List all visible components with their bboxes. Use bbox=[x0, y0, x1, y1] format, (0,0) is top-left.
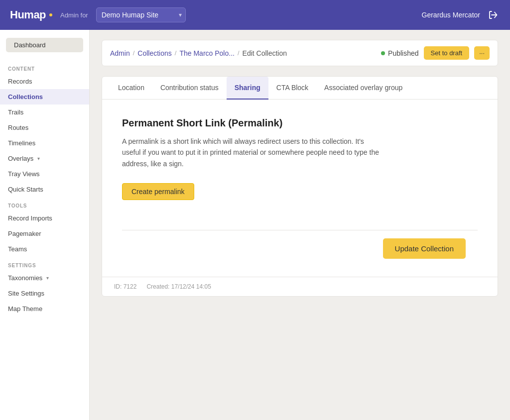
sidebar-item-label: Tray Views bbox=[8, 170, 40, 178]
tab-contribution-status[interactable]: Contribution status bbox=[152, 77, 227, 100]
tab-associated-overlay-group[interactable]: Associated overlay group bbox=[316, 77, 410, 100]
site-select[interactable]: Demo Humap Site bbox=[96, 7, 186, 22]
breadcrumb-sep: / bbox=[238, 49, 240, 57]
sidebar-item-label: Records bbox=[8, 78, 32, 85]
topnav-right: Gerardus Mercator bbox=[422, 8, 500, 22]
breadcrumb-sep: / bbox=[133, 49, 135, 57]
logo-text: Humap bbox=[10, 8, 46, 21]
page-layout: Dashboard CONTENT Records Collections Tr… bbox=[0, 30, 510, 420]
sidebar-item-teams[interactable]: Teams bbox=[0, 241, 89, 257]
sidebar-item-label: Map Theme bbox=[8, 305, 42, 313]
sidebar-dashboard[interactable]: Dashboard bbox=[6, 38, 83, 52]
sidebar-item-label: Taxonomies bbox=[8, 274, 42, 282]
sidebar-item-label: Routes bbox=[8, 124, 28, 131]
status-badge: Published bbox=[381, 49, 419, 57]
topnav-left: Humap Admin for Demo Humap Site bbox=[10, 7, 186, 22]
sidebar-item-overlays[interactable]: Overlays ▾ bbox=[0, 151, 89, 166]
dashboard-button[interactable]: Dashboard bbox=[6, 38, 83, 52]
tab-sharing[interactable]: Sharing bbox=[227, 77, 268, 100]
sidebar-item-tray-views[interactable]: Tray Views bbox=[0, 166, 89, 182]
sidebar-item-pagemaker[interactable]: Pagemaker bbox=[0, 226, 89, 241]
metadata-created: Created: 17/12/24 14:05 bbox=[146, 283, 211, 290]
logout-button[interactable] bbox=[486, 8, 500, 22]
permalink-title: Permanent Short Link (Permalink) bbox=[122, 117, 478, 129]
sidebar: Dashboard CONTENT Records Collections Tr… bbox=[0, 30, 90, 420]
sidebar-item-record-imports[interactable]: Record Imports bbox=[0, 210, 89, 226]
set-to-draft-button[interactable]: Set to draft bbox=[424, 46, 470, 60]
sidebar-item-label: Overlays bbox=[8, 155, 33, 162]
sidebar-item-map-theme[interactable]: Map Theme bbox=[0, 301, 89, 316]
admin-for-label: Admin for bbox=[60, 11, 88, 19]
user-name: Gerardus Mercator bbox=[422, 11, 480, 19]
chevron-down-icon: ▾ bbox=[46, 275, 49, 281]
tabs: Location Contribution status Sharing CTA… bbox=[102, 77, 498, 100]
card-footer: Update Collection bbox=[122, 230, 478, 267]
sidebar-item-records[interactable]: Records bbox=[0, 74, 89, 89]
sidebar-item-quick-starts[interactable]: Quick Starts bbox=[0, 182, 89, 197]
status-dot-icon bbox=[381, 51, 385, 55]
breadcrumb: Admin / Collections / The Marco Polo... … bbox=[102, 40, 498, 66]
card-metadata: ID: 7122 Created: 17/12/24 14:05 bbox=[102, 277, 498, 296]
tools-section-label: TOOLS bbox=[0, 197, 89, 210]
logo-dot bbox=[49, 13, 52, 16]
card-body: Permanent Short Link (Permalink) A perma… bbox=[102, 100, 498, 277]
create-permalink-button[interactable]: Create permalink bbox=[122, 183, 194, 200]
breadcrumb-right: Published Set to draft ··· bbox=[381, 46, 490, 60]
sidebar-item-trails[interactable]: Trails bbox=[0, 105, 89, 120]
breadcrumb-left: Admin / Collections / The Marco Polo... … bbox=[110, 49, 287, 57]
settings-section-label: SETTINGS bbox=[0, 257, 89, 270]
sidebar-item-site-settings[interactable]: Site Settings bbox=[0, 286, 89, 301]
sidebar-item-label: Site Settings bbox=[8, 290, 44, 297]
breadcrumb-admin-link[interactable]: Admin bbox=[110, 49, 130, 57]
sidebar-item-label: Trails bbox=[8, 108, 23, 116]
logo: Humap bbox=[10, 8, 52, 21]
content-section-label: CONTENT bbox=[0, 60, 89, 74]
sidebar-item-taxonomies[interactable]: Taxonomies ▾ bbox=[0, 270, 89, 286]
breadcrumb-sep: / bbox=[175, 49, 177, 57]
sidebar-item-label: Teams bbox=[8, 245, 27, 253]
main-content: Admin / Collections / The Marco Polo... … bbox=[90, 30, 510, 420]
logout-icon bbox=[488, 10, 498, 20]
tab-cta-block[interactable]: CTA Block bbox=[268, 77, 316, 100]
edit-collection-card: Location Contribution status Sharing CTA… bbox=[102, 76, 498, 297]
sidebar-item-label: Pagemaker bbox=[8, 230, 41, 237]
chevron-down-icon: ▾ bbox=[37, 156, 40, 161]
top-navigation: Humap Admin for Demo Humap Site Gerardus… bbox=[0, 0, 510, 30]
sidebar-item-label: Collections bbox=[8, 93, 43, 101]
status-label: Published bbox=[388, 49, 419, 57]
sidebar-item-label: Record Imports bbox=[8, 214, 52, 222]
site-select-wrap[interactable]: Demo Humap Site bbox=[96, 7, 186, 22]
sidebar-item-collections[interactable]: Collections bbox=[0, 89, 89, 105]
tab-location[interactable]: Location bbox=[110, 77, 152, 100]
more-options-button[interactable]: ··· bbox=[474, 46, 490, 60]
breadcrumb-collections-link[interactable]: Collections bbox=[137, 49, 171, 57]
breadcrumb-collection-link[interactable]: The Marco Polo... bbox=[179, 49, 235, 57]
update-collection-button[interactable]: Update Collection bbox=[383, 238, 466, 259]
metadata-id: ID: 7122 bbox=[114, 283, 136, 290]
sidebar-item-label: Quick Starts bbox=[8, 186, 43, 193]
sidebar-item-routes[interactable]: Routes bbox=[0, 120, 89, 135]
permalink-description: A permalink is a short link which will a… bbox=[122, 136, 381, 169]
breadcrumb-current: Edit Collection bbox=[243, 49, 287, 57]
sidebar-item-label: Timelines bbox=[8, 139, 35, 147]
sidebar-item-timelines[interactable]: Timelines bbox=[0, 135, 89, 151]
